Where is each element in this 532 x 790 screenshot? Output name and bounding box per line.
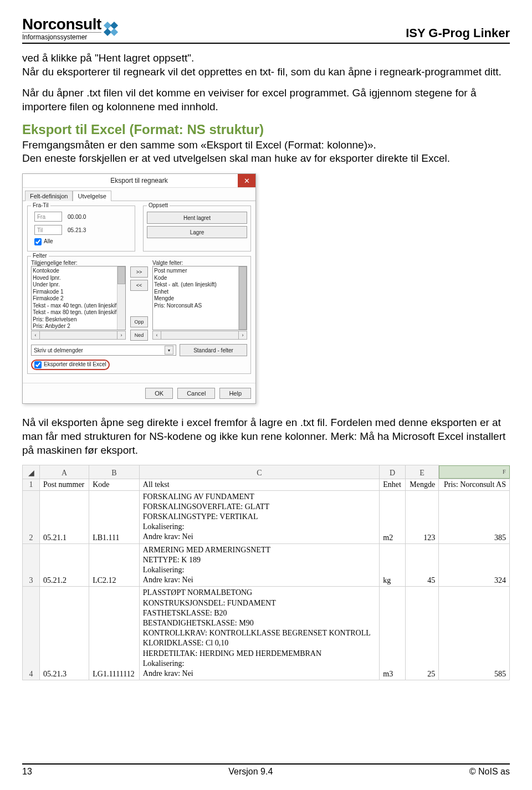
cell-enhet: m3: [380, 587, 406, 680]
lagre-button[interactable]: Lagre: [147, 226, 247, 238]
list-item[interactable]: Pris: Anbyder 2: [33, 323, 124, 330]
cancel-button[interactable]: Cancel: [177, 388, 215, 399]
header-cell: Post nummer: [40, 479, 89, 490]
alle-checkbox[interactable]: Alle: [34, 238, 53, 244]
cell-post: 05.21.2: [40, 543, 89, 587]
cell-kode: LG1.1111112: [89, 587, 140, 680]
list-item[interactable]: Mengde: [154, 295, 245, 302]
column-header: F: [439, 465, 509, 479]
header-cell: Mengde: [405, 479, 438, 490]
list-item[interactable]: Firmakode 2: [33, 295, 124, 302]
export-dialog: Eksport til regneark ✕ Felt-definisjon U…: [22, 173, 256, 404]
cell-kode: LB1.111: [89, 490, 140, 543]
opp-button[interactable]: Opp: [130, 316, 148, 327]
group-felter: Felter Tilgjengelige felter: KontokodeHo…: [27, 256, 251, 374]
fra-value: 00.00.0: [65, 211, 88, 223]
document-title: ISY G-Prog Linker: [406, 26, 510, 40]
list-item[interactable]: Pris: Anbyder 3: [33, 330, 124, 331]
tab-utvelgelse[interactable]: Utvelgelse: [73, 191, 111, 201]
group-fra-til: Fra-Til Fra00.00.0 Til05.21.3 Alle: [27, 206, 135, 252]
excel-table: ◢ABCDEF 1Post nummerKodeAll tekstEnhetMe…: [22, 465, 510, 680]
cell-pris: 585: [439, 587, 510, 680]
list-item[interactable]: Enhet: [154, 289, 245, 296]
cell-mengde: 45: [405, 543, 438, 587]
list-item[interactable]: Post nummer: [154, 268, 245, 275]
table-row: 405.21.3LG1.1111112PLASSTØPT NORMALBETON…: [23, 587, 510, 680]
standard-felter-button[interactable]: Standard - felter: [180, 344, 247, 356]
cell-tekst: PLASSTØPT NORMALBETONGKONSTRUKSJONSDEL: …: [139, 587, 380, 680]
hent-lagret-button[interactable]: Hent lagret: [147, 212, 247, 224]
cell-enhet: m2: [380, 490, 406, 543]
paragraph: ved å klikke på "Hent lagret oppsett".: [22, 52, 194, 64]
list-item[interactable]: Pris: Norconsult AS: [154, 302, 245, 310]
list-item[interactable]: Tekst - alt. (uten linjeskift): [154, 281, 245, 289]
column-header: B: [89, 465, 140, 479]
header-cell: Kode: [89, 479, 140, 490]
move-left-button[interactable]: <<: [130, 280, 148, 291]
help-button[interactable]: Help: [219, 388, 251, 399]
move-right-button[interactable]: >>: [130, 266, 148, 278]
cell-kode: LC2.12: [89, 543, 140, 587]
til-value: 05.21.3: [65, 224, 88, 236]
row-header: 3: [23, 543, 40, 587]
paragraph: Når du eksporterer til regneark vil det …: [22, 66, 502, 78]
page-header: Norconsult Informasjonssystemer ISY G-Pr…: [22, 17, 510, 44]
group-label: Fra-Til: [31, 202, 50, 208]
cell-mengde: 123: [405, 490, 438, 543]
logo-text-bottom: Informasjonssystemer: [22, 32, 101, 40]
row-header: 4: [23, 587, 40, 680]
cell-tekst: FORSKALING AV FUNDAMENTFORSKALINGSOVERFL…: [139, 490, 380, 543]
cell-post: 05.21.1: [40, 490, 89, 543]
header-cell: All tekst: [139, 479, 380, 490]
list-item[interactable]: Tekst - max 80 tegn. (uten linjeskif: [33, 309, 124, 316]
dialog-tabs: Felt-definisjon Utvelgelse: [23, 188, 255, 201]
ned-button[interactable]: Ned: [130, 330, 148, 341]
dialog-title: Eksport til regneark: [110, 177, 167, 184]
header-cell: Enhet: [380, 479, 406, 490]
h-scrollbar[interactable]: ‹›: [152, 331, 247, 340]
close-button[interactable]: ✕: [238, 174, 255, 187]
paragraph: Nå vil eksporten åpne seg direkte i exce…: [22, 417, 505, 455]
list-item[interactable]: Firmakode 1: [33, 289, 124, 296]
tab-felt-definisjon[interactable]: Felt-definisjon: [25, 191, 73, 201]
selected-label: Valgte felter:: [152, 260, 247, 266]
fra-label: Fra: [34, 212, 62, 222]
list-item[interactable]: Kontokode: [33, 268, 124, 275]
skriv-ut-select[interactable]: Skriv ut delmengder▾: [31, 345, 176, 356]
group-label: Oppsett: [147, 202, 170, 208]
column-header: A: [40, 465, 89, 479]
list-item[interactable]: Kode: [154, 275, 245, 282]
list-item[interactable]: Hoved lpnr.: [33, 275, 124, 282]
list-item[interactable]: Tekst - max 40 tegn. (uten linjeskif: [33, 302, 124, 310]
paragraph: Fremgangsmåten er den samme som «Eksport…: [22, 139, 376, 151]
table-row: 305.21.2LC2.12ARMERING MED ARMERINGSNETT…: [23, 543, 510, 587]
logo-text-top: Norconsult: [22, 17, 101, 32]
selected-listbox[interactable]: Post nummerKodeTekst - alt. (uten linjes…: [152, 266, 247, 330]
page-footer: 13 Versjon 9.4 © NoIS as: [22, 763, 510, 777]
h-scrollbar[interactable]: ‹›: [31, 331, 126, 340]
cell-mengde: 25: [405, 587, 438, 680]
page-number: 13: [22, 767, 32, 777]
cell-post: 05.21.3: [40, 587, 89, 680]
list-item[interactable]: Pris: Beskrivelsen: [33, 316, 124, 324]
available-label: Tilgjengelige felter:: [31, 260, 126, 266]
paragraph: Når du åpner .txt filen vil det komme en…: [22, 87, 477, 112]
cell-enhet: kg: [380, 543, 406, 587]
eksporter-excel-checkbox[interactable]: Eksporter direkte til Excel: [34, 361, 106, 367]
group-oppsett: Oppsett Hent lagret Lagre: [143, 206, 251, 252]
cell-pris: 385: [439, 490, 510, 543]
available-listbox[interactable]: KontokodeHoved lpnr.Under lpnr.Firmakode…: [31, 266, 126, 330]
chevron-down-icon: ▾: [165, 346, 173, 355]
column-header: E: [405, 465, 438, 479]
scrollbar[interactable]: [238, 266, 247, 330]
version: Versjon 9.4: [228, 767, 273, 777]
excel-corner: ◢: [23, 465, 40, 479]
scrollbar[interactable]: [117, 266, 125, 330]
column-header: C: [139, 465, 380, 479]
list-item[interactable]: Under lpnr.: [33, 281, 124, 289]
logo-icon: [105, 23, 117, 35]
ok-button[interactable]: OK: [145, 388, 173, 399]
header-cell: Pris: Norconsult AS: [439, 479, 510, 490]
table-row: 205.21.1LB1.111FORSKALING AV FUNDAMENTFO…: [23, 490, 510, 543]
copyright: © NoIS as: [469, 767, 510, 777]
